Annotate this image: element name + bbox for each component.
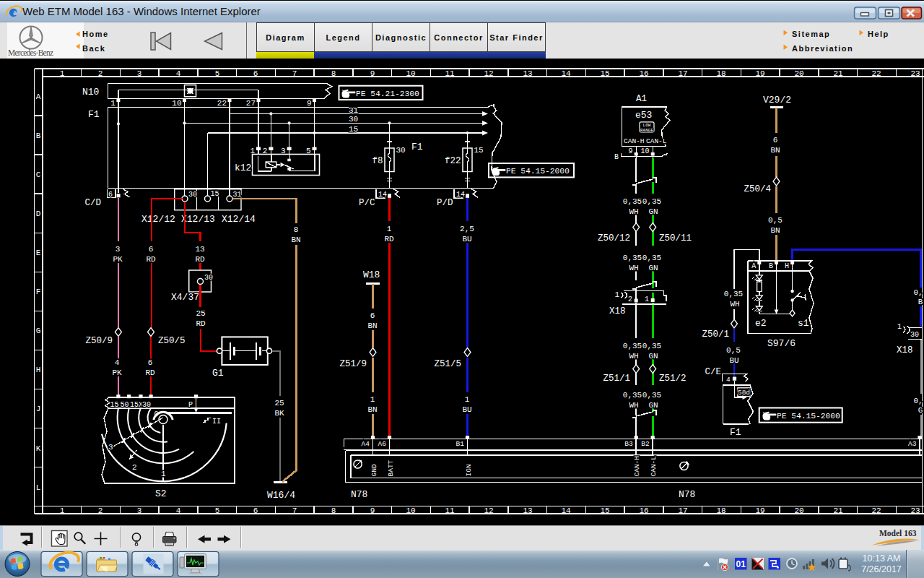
svg-text:BN: BN [367,322,377,330]
svg-text:II: II [212,418,221,426]
svg-text:A6: A6 [378,440,387,448]
svg-text:0,35: 0,35 [623,254,642,262]
svg-text:0,35: 0,35 [642,254,661,262]
svg-text:14: 14 [561,506,571,515]
svg-text:P/D: P/D [437,198,453,208]
svg-text:10: 10 [406,69,415,78]
svg-text:PK: PK [112,368,122,377]
svg-text:CAN-L: CAN-L [646,137,667,145]
svg-text:14: 14 [456,191,465,199]
svg-text:A3: A3 [908,440,917,448]
svg-text:B2: B2 [641,440,650,448]
svg-text:f8: f8 [372,156,383,166]
svg-text:G1: G1 [212,368,224,379]
svg-text:1: 1 [614,290,619,299]
svg-text:BK: BK [274,409,284,418]
svg-text:18: 18 [716,506,725,515]
svg-text:RD: RD [384,235,394,243]
svg-text:31: 31 [349,106,359,115]
svg-text:11: 11 [445,69,455,78]
svg-text:WH: WH [629,401,638,410]
svg-text:7: 7 [292,69,297,78]
svg-text:Z50/9: Z50/9 [85,336,113,346]
svg-text:4: 4 [176,506,181,515]
svg-text:15X: 15X [130,401,143,409]
svg-text:F1: F1 [411,142,423,152]
svg-text:Z51/2: Z51/2 [659,374,687,384]
svg-text:8: 8 [331,69,336,78]
svg-text:N10: N10 [82,87,99,98]
svg-text:WH: WH [730,300,739,309]
svg-text:X12/13: X12/13 [181,214,215,225]
svg-text:B: B [36,131,41,140]
svg-text:23: 23 [910,506,920,515]
svg-text:H: H [785,262,789,270]
svg-text:10: 10 [640,147,649,155]
svg-text:9: 9 [370,69,375,78]
svg-text:BN: BN [770,146,780,155]
svg-text:5: 5 [215,69,220,78]
svg-text:B: B [769,262,773,270]
svg-text:16: 16 [639,506,648,515]
svg-text:Z51/9: Z51/9 [339,359,367,369]
svg-text:14: 14 [378,191,387,199]
svg-text:F1: F1 [730,427,741,438]
svg-text:B: B [614,153,619,161]
svg-text:15: 15 [211,190,219,198]
svg-text:6: 6 [253,506,258,515]
svg-text:14: 14 [561,69,571,78]
svg-text:10: 10 [172,99,181,108]
svg-text:31: 31 [233,191,242,199]
svg-text:IGN: IGN [465,464,473,476]
svg-text:B: B [918,298,923,306]
svg-text:GND: GND [370,464,378,476]
svg-text:Z51/5: Z51/5 [434,359,461,369]
svg-text:30: 30 [142,401,151,409]
svg-text:50: 50 [121,401,129,409]
svg-text:D: D [36,210,41,218]
svg-text:W16/4: W16/4 [267,490,295,501]
svg-text:J: J [36,405,41,413]
svg-text:3: 3 [116,245,121,254]
svg-text:G: G [918,406,923,415]
svg-text:12: 12 [484,69,493,78]
svg-text:0,35: 0,35 [642,391,661,400]
svg-text:WH: WH [629,352,638,361]
svg-text:13: 13 [523,506,532,515]
svg-text:12: 12 [484,506,493,515]
svg-text:GN: GN [648,401,658,410]
svg-text:s1: s1 [798,318,809,329]
svg-text:X18: X18 [609,306,626,316]
svg-text:22: 22 [871,69,881,78]
svg-text:Z50/5: Z50/5 [158,336,186,346]
svg-text:F1: F1 [88,109,100,120]
svg-text:Z51/1: Z51/1 [603,374,630,384]
svg-text:RD: RD [145,368,155,377]
svg-text:1: 1 [110,99,116,108]
svg-text:B1: B1 [456,440,465,448]
svg-text:2,5: 2,5 [460,225,474,233]
svg-text:5: 5 [215,506,220,515]
svg-text:e53: e53 [635,110,652,121]
svg-text:PK: PK [113,255,123,264]
svg-text:27: 27 [246,99,256,108]
svg-text:X12/14: X12/14 [222,214,256,225]
svg-text:10: 10 [406,506,415,515]
svg-text:S97/6: S97/6 [767,338,796,349]
svg-text:GN: GN [648,352,658,361]
svg-text:RD: RD [196,319,206,328]
svg-text:13: 13 [523,69,532,78]
svg-text:15: 15 [600,506,609,515]
svg-text:Z50/12: Z50/12 [598,233,630,243]
svg-text:30: 30 [349,115,358,124]
svg-text:6: 6 [253,69,258,78]
svg-text:F: F [36,288,41,296]
svg-text:30: 30 [204,274,213,282]
svg-text:15: 15 [600,69,609,78]
svg-text:9: 9 [370,506,375,515]
svg-text:k12: k12 [235,163,251,173]
svg-text:0,35: 0,35 [642,342,661,350]
svg-text:21: 21 [833,506,843,515]
svg-text:X4/37: X4/37 [171,292,199,303]
svg-text:L: L [36,483,41,492]
